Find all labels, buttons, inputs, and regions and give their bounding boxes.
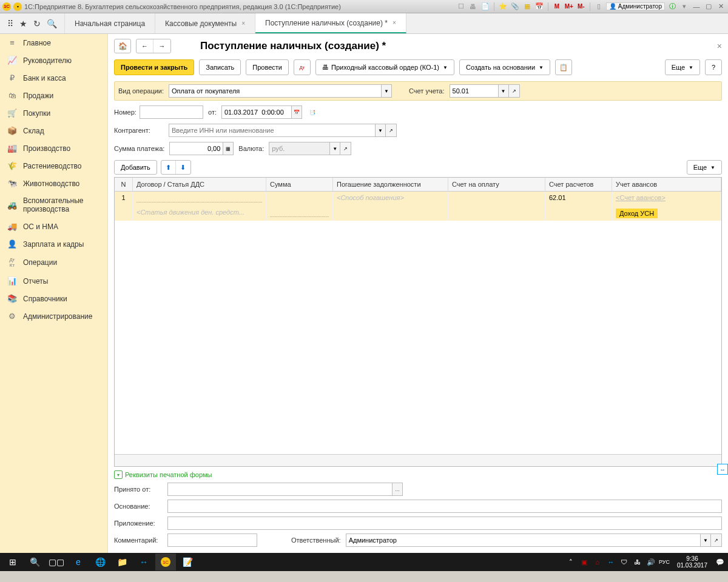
- sidebar-item-warehouse[interactable]: 📦Склад: [0, 122, 107, 139]
- create-based-button[interactable]: Создать на основании▼: [459, 59, 550, 75]
- clip-icon[interactable]: 📎: [510, 2, 520, 12]
- open-icon[interactable]: ↗: [509, 84, 520, 98]
- m-plus-button[interactable]: M+: [564, 2, 574, 12]
- sidebar-item-assets[interactable]: 🚚ОС и НМА: [0, 218, 107, 235]
- sidebar-item-hr[interactable]: 👤Зарплата и кадры: [0, 235, 107, 253]
- tray-icon[interactable]: ⌂: [592, 557, 603, 567]
- sum-input[interactable]: [169, 142, 223, 155]
- list-icon[interactable]: 📑: [307, 105, 318, 119]
- close-icon[interactable]: ×: [393, 19, 396, 26]
- search-button[interactable]: 🔍: [24, 554, 45, 570]
- calendar-icon[interactable]: 📅: [534, 2, 544, 12]
- tab-receipt[interactable]: Поступление наличных (создание) *×: [255, 13, 406, 33]
- dropdown-icon[interactable]: ▼: [498, 84, 509, 98]
- dropdown-icon[interactable]: ▼: [329, 142, 340, 155]
- dtkt-button[interactable]: Дт: [294, 59, 311, 75]
- notifications-icon[interactable]: 💬: [715, 557, 726, 567]
- print-requisites-link[interactable]: Реквизиты печатной формы: [125, 471, 212, 478]
- m-minus-button[interactable]: M-: [576, 2, 586, 12]
- post-button[interactable]: Провести: [246, 59, 289, 75]
- date-input[interactable]: [221, 105, 291, 119]
- op-type-select[interactable]: [169, 84, 381, 98]
- minimize-button[interactable]: —: [692, 2, 701, 12]
- tray-icon[interactable]: ↔: [605, 557, 616, 567]
- comment-input[interactable]: [167, 534, 257, 547]
- tab-home[interactable]: Начальная страница: [65, 13, 155, 33]
- 1c-icon[interactable]: 1С: [155, 554, 176, 570]
- attachment-input[interactable]: [167, 517, 722, 530]
- back-button[interactable]: ←: [136, 39, 153, 53]
- panel-icon[interactable]: ▯: [594, 2, 604, 12]
- sidebar-item-admin[interactable]: ⚙Администрирование: [0, 307, 107, 325]
- user-badge[interactable]: 👤 Администратор: [606, 2, 665, 10]
- tray-up-icon[interactable]: ˄: [565, 557, 576, 567]
- pko-print-button[interactable]: 🖶Приходный кассовый ордер (КО-1)▼: [315, 59, 454, 75]
- col-contract[interactable]: Договор / Статья ДДС: [133, 178, 266, 191]
- col-invoice[interactable]: Счет на оплату: [448, 178, 545, 191]
- basis-input[interactable]: [167, 500, 722, 513]
- open-icon[interactable]: ↗: [386, 124, 397, 137]
- open-icon[interactable]: ↗: [340, 142, 351, 155]
- calendar-icon[interactable]: 📅: [291, 105, 302, 119]
- start-button[interactable]: ⊞: [2, 554, 23, 570]
- sidebar-item-crops[interactable]: 🌾Растениеводство: [0, 157, 107, 175]
- lang-indicator[interactable]: РУС: [659, 557, 670, 567]
- responsible-input[interactable]: [346, 534, 700, 547]
- table-more-button[interactable]: Еще▼: [687, 160, 722, 175]
- dropdown-icon[interactable]: ▾: [13, 2, 22, 11]
- tray-icon[interactable]: ▣: [579, 557, 590, 567]
- taskview-button[interactable]: ▢▢: [46, 554, 67, 570]
- home-button[interactable]: 🏠: [114, 39, 131, 53]
- counterparty-input[interactable]: [169, 124, 375, 137]
- notepad-icon[interactable]: 📝: [177, 554, 198, 570]
- sidebar-item-reports[interactable]: 📊Отчеты: [0, 272, 107, 290]
- close-icon[interactable]: ×: [241, 20, 245, 27]
- write-button[interactable]: Записать: [199, 59, 241, 75]
- dropdown-icon[interactable]: ▼: [381, 84, 392, 98]
- expand-toggle[interactable]: ▾: [114, 470, 123, 479]
- teamviewer-icon[interactable]: ↔: [133, 554, 154, 570]
- doc-icon[interactable]: 📄: [480, 2, 490, 12]
- col-repay[interactable]: Погашение задолженности: [333, 178, 448, 191]
- print-icon[interactable]: 🖶: [468, 2, 478, 12]
- close-button[interactable]: ✕: [716, 2, 726, 12]
- col-n[interactable]: N: [115, 178, 133, 191]
- sidebar-item-purchases[interactable]: 🛒Покупки: [0, 104, 107, 122]
- ellipsis-icon[interactable]: …: [392, 483, 403, 496]
- table-row[interactable]: 1 <Способ погашения> 62.01 <Счет авансов…: [115, 192, 721, 206]
- apps-icon[interactable]: ⠿: [7, 19, 13, 28]
- sidebar-item-operations[interactable]: ДтКтОперации: [0, 253, 107, 272]
- clock[interactable]: 9:36 01.03.2017: [672, 555, 712, 569]
- info-icon[interactable]: ⓘ: [667, 2, 677, 12]
- sidebar-item-main[interactable]: ≡Главное: [0, 34, 107, 52]
- sidebar-item-sales[interactable]: 🛍Продажи: [0, 87, 107, 104]
- maximize-button[interactable]: ▢: [704, 2, 713, 12]
- page-close-button[interactable]: ×: [717, 41, 722, 51]
- move-down-button[interactable]: ⬇: [176, 161, 190, 174]
- sidebar-item-livestock[interactable]: 🐄Животноводство: [0, 175, 107, 192]
- received-from-input[interactable]: [167, 483, 392, 496]
- calc-icon[interactable]: ▦: [522, 2, 532, 12]
- star-icon[interactable]: ⭐: [498, 2, 508, 12]
- news-icon[interactable]: ☐: [456, 2, 466, 12]
- sidebar-item-catalogs[interactable]: 📚Справочники: [0, 290, 107, 307]
- explorer-icon[interactable]: 📁: [112, 554, 132, 570]
- dropdown-icon[interactable]: ▼: [375, 124, 386, 137]
- dropdown-icon[interactable]: ▼: [700, 534, 711, 547]
- tab-cash-docs[interactable]: Кассовые документы×: [155, 13, 255, 33]
- favorite-icon[interactable]: ★: [19, 19, 27, 28]
- chrome-icon[interactable]: 🌐: [90, 554, 110, 570]
- table-row[interactable]: <Статья движения ден. средст... Доход УС…: [115, 206, 721, 221]
- col-advance[interactable]: Учет авансов: [612, 178, 721, 191]
- col-settle[interactable]: Счет расчетов: [545, 178, 612, 191]
- volume-icon[interactable]: 🔊: [645, 557, 656, 567]
- sidebar-item-production[interactable]: 🏭Производство: [0, 139, 107, 157]
- number-input[interactable]: [140, 105, 203, 119]
- move-up-button[interactable]: ⬆: [161, 161, 176, 174]
- ie-icon[interactable]: е: [68, 554, 89, 570]
- sidebar-item-bank[interactable]: ₽Банк и касса: [0, 69, 107, 87]
- history-icon[interactable]: ↻: [33, 19, 41, 28]
- forward-button[interactable]: →: [153, 39, 170, 53]
- more-icon[interactable]: ▾: [679, 2, 689, 12]
- account-input[interactable]: [450, 84, 498, 98]
